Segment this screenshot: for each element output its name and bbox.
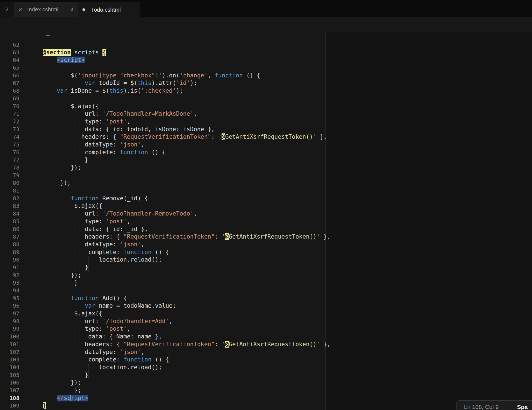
indent-guide: [71, 79, 71, 87]
code-line[interactable]: 102 dataType: 'json',: [0, 348, 532, 356]
code-line[interactable]: 99 type: 'post',: [0, 325, 532, 333]
code-line[interactable]: 109 }: [0, 402, 532, 410]
indent-guide: [71, 141, 71, 149]
code-line-text: complete: function () {: [29, 356, 532, 364]
code-line[interactable]: 68 var isDone = $(this).is(':checked');: [0, 87, 532, 95]
indent-guide: [71, 325, 71, 333]
code-line[interactable]: 83 $.ajax({: [0, 202, 532, 210]
editor[interactable]: 6263 @section scripts {64 <script>6566 $…: [0, 32, 532, 410]
code-line-text: }: [29, 279, 532, 287]
code-line[interactable]: 106 });: [0, 379, 532, 387]
code-line[interactable]: 107 };: [0, 387, 532, 394]
code-line[interactable]: 81: [0, 187, 532, 195]
line-number: 105: [0, 371, 19, 379]
code-line[interactable]: 69: [0, 95, 532, 103]
code-line[interactable]: 63 @section scripts {: [0, 49, 532, 57]
indent-guide: [71, 210, 71, 218]
code-line-text: type: 'post',: [29, 325, 532, 333]
indent-guide: [71, 218, 71, 226]
pin-icon[interactable]: [69, 7, 74, 12]
indent-guide: [74, 371, 74, 379]
code-line[interactable]: 64 <script>: [0, 56, 532, 64]
code-line[interactable]: 88 dataType: 'json',: [0, 241, 532, 249]
code-line[interactable]: 75 dataType: 'json',: [0, 141, 532, 149]
code-line[interactable]: 72 type: 'post',: [0, 118, 532, 126]
code-line-text: };: [29, 387, 532, 394]
indent-guide: [57, 187, 57, 195]
code-line[interactable]: 71 url: '/Todo?handler=MarkAsDone',: [0, 110, 532, 118]
indent-guide: [57, 279, 57, 287]
code-line[interactable]: 93 }: [0, 279, 532, 287]
code-line[interactable]: 67 var todoId = $(this).attr('id');: [0, 79, 532, 87]
code-line[interactable]: 90 location.reload();: [0, 256, 532, 264]
indent-guide: [74, 364, 74, 371]
line-number: 88: [0, 241, 19, 249]
line-number: 86: [0, 226, 19, 233]
code-line-text: $('input[type="checkbox"]').on('change',…: [29, 72, 532, 80]
code-line[interactable]: 101 headers: { "RequestVerificationToken…: [0, 341, 532, 348]
indent-guide: [71, 387, 71, 394]
indent-guide: [57, 302, 57, 310]
indent-guide: [88, 364, 89, 371]
status-indentation[interactable]: Spa: [517, 404, 528, 410]
indent-guide: [74, 118, 74, 126]
code-line[interactable]: 87 headers: { "RequestVerificationToken"…: [0, 233, 532, 241]
indent-guide: [57, 218, 57, 226]
code-line[interactable]: 98 url: '/Todo?handler=Add',: [0, 318, 532, 325]
code-line[interactable]: 97 $.ajax({: [0, 310, 532, 318]
code-line[interactable]: 92 });: [0, 272, 532, 279]
code-line[interactable]: 79: [0, 172, 532, 179]
code-line[interactable]: 70 $.ajax({: [0, 103, 532, 110]
line-number: 69: [0, 95, 19, 103]
code-line[interactable]: 82 function Remove(_id) {: [0, 195, 532, 203]
indent-guide: [57, 195, 57, 203]
indent-guide: [57, 318, 57, 325]
code-line[interactable]: 86 data: { id: _id },: [0, 226, 532, 233]
code-line[interactable]: 91 }: [0, 264, 532, 272]
code-line[interactable]: 85 type: 'post',: [0, 218, 532, 226]
code-line[interactable]: 89 complete: function () {: [0, 249, 532, 256]
tab-overflow-button[interactable]: [0, 2, 14, 17]
code-line[interactable]: 103 complete: function () {: [0, 356, 532, 364]
line-number: 80: [0, 179, 19, 187]
indent-guide: [57, 149, 57, 156]
indent-guide: [71, 241, 71, 249]
code-area[interactable]: 6263 @section scripts {64 <script>6566 $…: [0, 32, 532, 410]
code-line-text: headers: { "RequestVerificationToken": '…: [29, 233, 532, 241]
indent-guide: [57, 310, 57, 318]
code-line[interactable]: 95 function Add() {: [0, 295, 532, 302]
code-line[interactable]: 108 </script>: [0, 394, 532, 402]
indent-guide: [57, 156, 57, 164]
indent-guide: [71, 371, 71, 379]
code-line-text: complete: function () {: [29, 249, 532, 256]
line-number: 108: [0, 394, 19, 402]
status-cursor-position[interactable]: Ln 108, Col 9: [464, 404, 499, 410]
tab-index-cshtml[interactable]: Index.cshtml: [14, 2, 78, 17]
code-line[interactable]: 78 });: [0, 164, 532, 172]
code-line[interactable]: 94: [0, 287, 532, 295]
code-line[interactable]: 80 });: [0, 179, 532, 187]
code-line[interactable]: 74 headers: { "RequestVerificationToken"…: [0, 133, 532, 141]
code-line-text: url: '/Todo?handler=MarkAsDone',: [29, 110, 532, 118]
tab-todo-cshtml[interactable]: Todo.cshtml: [78, 2, 140, 17]
code-line[interactable]: 77 }: [0, 156, 532, 164]
code-line[interactable]: 100 data: { Name: name },: [0, 333, 532, 341]
code-line[interactable]: 104 location.reload();: [0, 364, 532, 371]
code-line[interactable]: 96 var name = todoName.value;: [0, 302, 532, 310]
indent-guide: [71, 95, 71, 103]
indent-guide: [57, 72, 57, 80]
indent-guide: [57, 179, 57, 187]
code-line[interactable]: 66 $('input[type="checkbox"]').on('chang…: [0, 72, 532, 80]
code-line[interactable]: 105 }: [0, 371, 532, 379]
code-line[interactable]: 84 url: '/Todo?handler=RemoveTodo',: [0, 210, 532, 218]
indent-guide: [71, 279, 71, 287]
indent-guide: [71, 226, 71, 233]
code-line[interactable]: 62: [0, 41, 532, 49]
line-number: 99: [0, 325, 19, 333]
close-icon[interactable]: [18, 7, 23, 12]
code-line[interactable]: 65: [0, 64, 532, 72]
code-line[interactable]: 73 data: { id: todoId, isDone: isDone },: [0, 126, 532, 133]
line-number: 84: [0, 210, 19, 218]
code-line-text: $.ajax({: [29, 202, 532, 210]
code-line[interactable]: 76 complete: function () {: [0, 149, 532, 156]
